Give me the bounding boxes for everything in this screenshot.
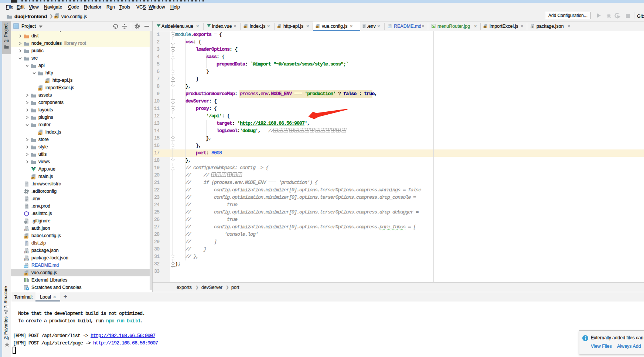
svg-text:MD: MD bbox=[388, 26, 391, 28]
svg-text:JS: JS bbox=[24, 273, 28, 275]
svg-text:JS: JS bbox=[38, 132, 42, 135]
svg-text:JS: JS bbox=[316, 26, 318, 28]
svg-text:{ο}: {ο} bbox=[24, 257, 29, 261]
svg-text:JS: JS bbox=[31, 176, 35, 179]
svg-text:JS: JS bbox=[24, 236, 28, 238]
svg-text:JS: JS bbox=[38, 88, 42, 90]
svg-text:JS: JS bbox=[484, 26, 486, 28]
svg-text:MD: MD bbox=[24, 265, 28, 268]
svg-text:{ο}: {ο} bbox=[24, 250, 29, 253]
svg-text:JS: JS bbox=[55, 16, 58, 18]
svg-text:JS: JS bbox=[45, 80, 49, 83]
svg-text:{ο}: {ο} bbox=[530, 26, 535, 28]
svg-text:{ο}: {ο} bbox=[24, 228, 29, 231]
svg-text:JS: JS bbox=[277, 26, 280, 28]
svg-text:JS: JS bbox=[244, 26, 246, 28]
